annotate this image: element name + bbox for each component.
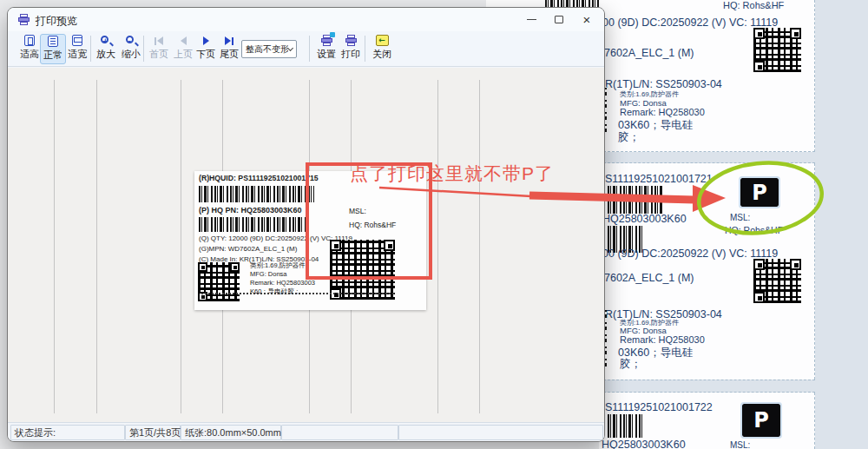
qr-finder-icon [753, 292, 765, 303]
toolbar-button-label: 适宽 [68, 49, 87, 60]
perforation-dots [201, 293, 394, 294]
label2-pn-text: HQ25803003K60 [602, 213, 687, 225]
label1-mpn-text: 7602A_ELC_1 (M) [604, 47, 694, 59]
print-preview-window: 打印预览 × 适高 正常 适宽 + 放大 - [7, 7, 605, 442]
page-msl-text: MSL: [349, 207, 366, 215]
preview-area[interactable]: (R)HQUID: PS11119251021001715 (P) HQ PN:… [8, 68, 604, 427]
label-divider [599, 380, 815, 380]
label3-uid-text: S11119251021001722 [605, 401, 713, 413]
toolbar-separator [309, 36, 310, 62]
qr-finder-icon [230, 262, 240, 272]
qr-code [330, 240, 395, 300]
printer-icon [16, 13, 31, 27]
qr-finder-icon [330, 240, 341, 251]
toolbar-button-label: 上页 [174, 49, 193, 60]
paper-size-indicator: 纸张:80.0mm×50.0mm [181, 425, 281, 440]
exit-icon: ← [375, 34, 390, 48]
toolbar-button-label: 缩小 [122, 49, 141, 60]
column-guide-line [181, 80, 181, 413]
fit-width-button[interactable]: 适宽 [64, 34, 90, 64]
fit-width-icon [70, 34, 85, 48]
label2-remark-text: 胶； [620, 357, 641, 372]
page-remark-text: Remark: HQ25803003 [250, 279, 315, 287]
page-remark-text: K60；导电硅胶； [250, 287, 300, 296]
zoom-in-button[interactable]: + 放大 [93, 34, 119, 64]
label3-msl-text: MSL: [730, 440, 750, 449]
qr-finder-icon [790, 259, 801, 270]
qr-finder-icon [753, 28, 765, 39]
next-page-button[interactable]: 下页 [193, 34, 219, 64]
title-bar[interactable]: 打印预览 × [8, 8, 604, 31]
window-title: 打印预览 [36, 14, 77, 29]
last-page-button[interactable]: 尾页 [216, 34, 242, 64]
zoom-in-icon: + [99, 34, 114, 48]
label-divider [599, 151, 815, 152]
barcode [199, 186, 314, 202]
label1-remark-text: 胶； [618, 130, 640, 145]
toolbar-button-label: 首页 [149, 49, 168, 60]
p-mark-badge: P [740, 178, 779, 207]
last-page-icon [222, 34, 237, 48]
background-label-window: HQ: Rohs&HF 00 (9D) DC:20250922 (V) VC: … [599, 0, 868, 449]
toolbar-button-label: 关闭 [372, 49, 391, 60]
toolbar-button-label: 设置 [317, 49, 336, 60]
toolbar-button-label: 适高 [20, 49, 39, 60]
zoom-out-icon: - [124, 34, 139, 48]
minimize-button[interactable] [518, 8, 544, 30]
printer-settings-button[interactable]: 设置 [313, 34, 339, 64]
column-guide-line [437, 80, 438, 413]
barcode [608, 414, 644, 438]
page-mfg-text: MFG: Donsa [250, 270, 287, 278]
status-hint-label: 状态提示: [10, 425, 125, 440]
toolbar-button-label: 下页 [196, 49, 215, 60]
page-mpn-text: (G)MPN: WD7602A_ELC_1 (M) [199, 245, 297, 253]
label2-dc-text: 00 (9D) DC:20250922 (V) VC: 11119 [602, 248, 778, 260]
qr-code [753, 28, 801, 72]
label2-msl-text: MSL: [730, 213, 750, 222]
fit-height-icon [23, 34, 37, 48]
qr-code [753, 259, 801, 303]
fit-height-button[interactable]: 适高 [16, 34, 43, 64]
zoom-out-button[interactable]: - 缩小 [118, 34, 144, 64]
qr-finder-icon [384, 240, 395, 251]
column-guide-line [96, 80, 97, 413]
print-button[interactable]: 打印 [338, 34, 364, 64]
toolbar-separator [365, 36, 365, 62]
label3-pn-text: HQ25803003K60 [602, 439, 686, 449]
status-cell-empty [281, 425, 398, 440]
page-pn-text: (P) HQ PN: HQ25803003K60 [199, 206, 302, 215]
column-guide-line [54, 80, 55, 413]
label-divider [599, 392, 815, 393]
normal-view-button[interactable]: 正常 [40, 34, 66, 64]
label2-remark-text: Remark: HQ258030 [620, 334, 705, 345]
qr-finder-icon [198, 262, 207, 272]
next-page-icon [199, 34, 214, 48]
qr-finder-icon [753, 61, 765, 72]
column-guide-line [479, 80, 480, 413]
status-cell-empty [398, 425, 603, 440]
label1-lot-text: R(1T)L/N: SS250903-04 [605, 78, 722, 90]
scale-mode-select[interactable]: 整高不变形 [241, 40, 297, 58]
printer-settings-icon [319, 34, 334, 48]
toolbar-button-label: 放大 [96, 49, 115, 60]
qr-finder-icon [753, 259, 765, 270]
toolbar-button-label: 尾页 [220, 49, 239, 60]
status-bar: 状态提示: 第1页/共8页 纸张:80.0mm×50.0mm [8, 422, 604, 441]
close-button[interactable]: × [574, 8, 600, 30]
first-page-button[interactable]: 首页 [146, 34, 172, 64]
maximize-button[interactable] [546, 8, 572, 30]
p-mark-badge: P [742, 404, 780, 437]
label2-uid-text: S11119251021001721 [605, 173, 713, 185]
close-preview-button[interactable]: ← 关闭 [369, 34, 395, 64]
label-page-preview: (R)HQUID: PS11119251021001715 (P) HQ PN:… [194, 171, 426, 310]
print-icon [344, 34, 358, 48]
label1-dc-text: 00 (9D) DC:20250922 (V) VC: 11119 [602, 17, 778, 29]
qr-code [198, 262, 240, 301]
label-divider [599, 162, 815, 163]
page-hq-text: HQ: Rohs&HF [349, 221, 396, 229]
barcode [608, 186, 662, 214]
toolbar-separator [90, 36, 91, 62]
barcode [199, 217, 306, 232]
label2-hq-text: HQ: Rohs&HF [725, 225, 783, 235]
page-category-text: 类别:1.69,防护器件 [250, 261, 306, 270]
